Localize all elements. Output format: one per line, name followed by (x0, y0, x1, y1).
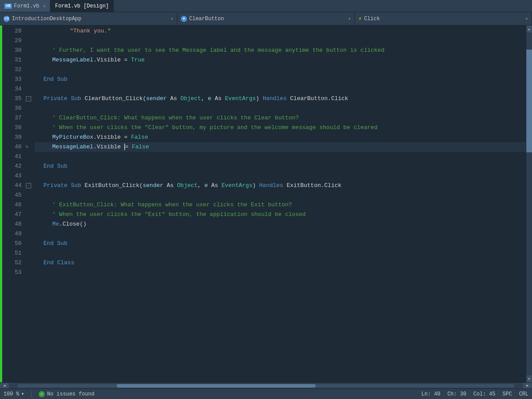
object-toolbar-icon: ● (181, 16, 187, 22)
code-comment-30: ' Further, I want the user to see the Me… (52, 47, 385, 54)
zoom-control[interactable]: 100 % ▾ (4, 391, 24, 397)
ln-31: 31 (2, 55, 22, 65)
collapse-35[interactable]: − (26, 96, 31, 101)
right-scroll-track[interactable] (526, 32, 532, 375)
code-comment-47: ' When the user clicks the "Exit" button… (52, 211, 306, 218)
ln-status: Ln: 40 (421, 391, 440, 397)
code-line-36 (35, 104, 526, 113)
ln-33: 33 (2, 75, 22, 84)
scrollbar-thumb[interactable] (117, 384, 316, 388)
ln-39: 39 (2, 133, 22, 142)
ln-35: 35 (2, 94, 22, 104)
code-line-33: End Sub (35, 75, 526, 84)
code-comment-46: ' ExitButton_Click: What happens when th… (52, 201, 292, 208)
code-line-38: ' When the user clicks the "Clear" butto… (35, 123, 526, 133)
ln-32: 32 (2, 65, 22, 75)
ln-30: 30 (2, 46, 22, 55)
toolbar-left-arrow[interactable]: ▾ (171, 16, 173, 22)
ln-34: 34 (2, 84, 22, 94)
ln-43: 43 (2, 171, 22, 181)
code-val-40: False (132, 144, 149, 150)
code-kw-private-44: Private Sub (43, 182, 85, 189)
code-eventargs-44: EventArgs (222, 182, 252, 189)
code-param2-44: e (205, 182, 208, 189)
code-obj-31: MessageLabel (52, 57, 93, 63)
tab-form1-vb-label: Form1.vb (14, 3, 40, 9)
tab-close-icon[interactable]: ✕ (43, 4, 46, 9)
code-kw-end-42: End Sub (43, 163, 68, 169)
code-method-35: ClearButton_Click( (85, 95, 146, 102)
tab-bar: VB Form1.vb ✕ Form1.vb [Design] (0, 0, 532, 12)
code-line-51 (35, 248, 526, 258)
code-class-44: Object (177, 182, 198, 189)
ln-37: 37 (2, 113, 22, 123)
ln-49: 49 (2, 229, 22, 239)
code-string-28: "Thank you." (70, 28, 111, 34)
horizontal-scrollbar[interactable]: ◀ ▶ (0, 382, 532, 388)
code-kw-end-50: End Sub (43, 240, 68, 247)
col-status: Col: 45 (473, 391, 495, 397)
toolbar-middle-arrow[interactable]: ▾ (348, 16, 351, 22)
code-line-34 (35, 84, 526, 94)
toolbar-middle-label: ClearButton (189, 16, 224, 22)
toolbar-right-arrow[interactable]: ▾ (525, 16, 528, 22)
ln-44: 44 (2, 181, 22, 191)
issues-status: ✓ No issues found (39, 391, 94, 397)
tab-form1-design[interactable]: Form1.vb [Design] (50, 0, 113, 12)
right-scroll-thumb[interactable] (526, 50, 532, 152)
code-handles-44: Handles (259, 182, 284, 189)
code-line-28: "Thank you." (35, 26, 526, 36)
tab-form1-vb[interactable]: VB Form1.vb ✕ (0, 0, 50, 12)
code-line-42: End Sub (35, 162, 526, 171)
scroll-left-arrow[interactable]: ◀ (0, 383, 9, 389)
ln-40: 40 (2, 142, 22, 152)
code-area: 28 29 30 31 32 33 34 35 36 37 38 39 40 4… (0, 25, 532, 382)
scrollbar-track[interactable] (18, 384, 514, 388)
ln-46: 46 (2, 200, 22, 210)
code-me-48: Me (52, 221, 59, 227)
code-gutter: − ✎ − (25, 25, 33, 382)
ok-icon: ✓ (39, 391, 45, 397)
code-line-47: ' When the user clicks the "Exit" button… (35, 210, 526, 219)
status-bar: 100 % ▾ ✓ No issues found Ln: 40 Ch: 30 … (0, 388, 532, 399)
code-line-32 (35, 65, 526, 75)
code-line-30: ' Further, I want the user to see the Me… (35, 46, 526, 55)
code-line-35: Private Sub ClearButton_Click(sender As … (35, 94, 526, 104)
code-comment-38: ' When the user clicks the "Clear" butto… (52, 124, 377, 131)
code-obj-40: MessageLabel (52, 144, 93, 150)
code-kw-end-class-52: End Class (43, 259, 74, 266)
code-line-29 (35, 36, 526, 46)
code-line-49 (35, 229, 526, 239)
edit-pencil-icon: ✎ (25, 142, 29, 152)
status-right: Ln: 40 Ch: 30 Col: 45 SPC CRL (421, 391, 528, 397)
ln-47: 47 (2, 210, 22, 219)
code-line-53 (35, 268, 526, 277)
toolbar-left[interactable]: VB IntroductionDesktopApp ▾ (0, 12, 177, 25)
zoom-arrow[interactable]: ▾ (21, 391, 24, 397)
code-line-50: End Sub (35, 239, 526, 248)
scroll-right-arrow[interactable]: ▶ (523, 383, 532, 389)
code-content[interactable]: "Thank you." ' Further, I want the user … (33, 25, 526, 382)
right-scrollbar[interactable]: ▲ ▼ (526, 25, 532, 382)
code-param1-35: sender (146, 95, 167, 102)
collapse-44[interactable]: − (26, 183, 31, 188)
code-line-31: MessageLabel.Visible = True (35, 55, 526, 65)
scroll-up-arrow[interactable]: ▲ (526, 25, 532, 32)
crl-status: CRL (519, 391, 528, 397)
vb-icon: VB (4, 4, 12, 9)
ln-52: 52 (2, 258, 22, 268)
code-line-40: MessageLabel.Visible = False (35, 142, 526, 152)
toolbar-middle[interactable]: ● ClearButton ▾ (177, 12, 355, 25)
line-numbers: 28 29 30 31 32 33 34 35 36 37 38 39 40 4… (2, 25, 25, 382)
ch-status: Ch: 30 (447, 391, 466, 397)
ln-36: 36 (2, 104, 22, 113)
toolbar-right[interactable]: ⚡ Click ▾ (355, 12, 532, 25)
code-handles-35: Handles (262, 95, 287, 102)
scroll-down-arrow[interactable]: ▼ (526, 375, 532, 382)
code-param1-44: sender (143, 182, 163, 189)
status-separator-1 (31, 391, 32, 398)
toolbar-right-label: Click (364, 16, 380, 22)
ln-53: 53 (2, 268, 22, 277)
code-kw-private-35: Private Sub (43, 95, 85, 102)
code-method-44: ExitButton_Click( (85, 182, 143, 189)
